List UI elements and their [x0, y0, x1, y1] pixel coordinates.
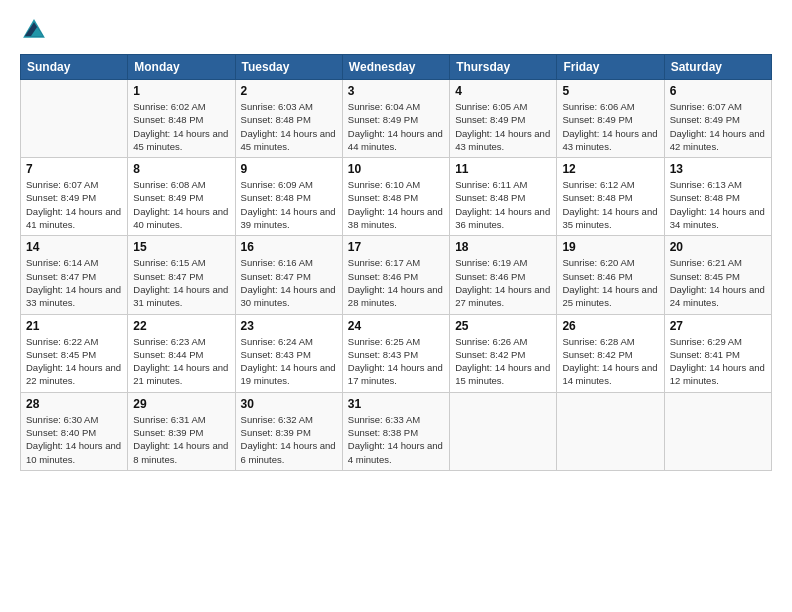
calendar-week-row: 14Sunrise: 6:14 AMSunset: 8:47 PMDayligh…: [21, 236, 772, 314]
weekday-header-wednesday: Wednesday: [342, 55, 449, 80]
weekday-header-thursday: Thursday: [450, 55, 557, 80]
day-number: 27: [670, 319, 766, 333]
calendar-week-row: 1Sunrise: 6:02 AMSunset: 8:48 PMDaylight…: [21, 80, 772, 158]
day-info: Sunrise: 6:22 AMSunset: 8:45 PMDaylight:…: [26, 335, 122, 388]
day-number: 10: [348, 162, 444, 176]
calendar-cell: 25Sunrise: 6:26 AMSunset: 8:42 PMDayligh…: [450, 314, 557, 392]
day-number: 16: [241, 240, 337, 254]
calendar-cell: 23Sunrise: 6:24 AMSunset: 8:43 PMDayligh…: [235, 314, 342, 392]
logo: [20, 16, 52, 44]
day-info: Sunrise: 6:10 AMSunset: 8:48 PMDaylight:…: [348, 178, 444, 231]
calendar-cell: 14Sunrise: 6:14 AMSunset: 8:47 PMDayligh…: [21, 236, 128, 314]
calendar-cell: 9Sunrise: 6:09 AMSunset: 8:48 PMDaylight…: [235, 158, 342, 236]
weekday-header-monday: Monday: [128, 55, 235, 80]
day-number: 8: [133, 162, 229, 176]
calendar-week-row: 28Sunrise: 6:30 AMSunset: 8:40 PMDayligh…: [21, 392, 772, 470]
calendar-week-row: 21Sunrise: 6:22 AMSunset: 8:45 PMDayligh…: [21, 314, 772, 392]
calendar-cell: 19Sunrise: 6:20 AMSunset: 8:46 PMDayligh…: [557, 236, 664, 314]
day-info: Sunrise: 6:33 AMSunset: 8:38 PMDaylight:…: [348, 413, 444, 466]
day-info: Sunrise: 6:19 AMSunset: 8:46 PMDaylight:…: [455, 256, 551, 309]
day-number: 24: [348, 319, 444, 333]
day-info: Sunrise: 6:07 AMSunset: 8:49 PMDaylight:…: [26, 178, 122, 231]
day-number: 25: [455, 319, 551, 333]
day-info: Sunrise: 6:02 AMSunset: 8:48 PMDaylight:…: [133, 100, 229, 153]
day-number: 13: [670, 162, 766, 176]
calendar-cell: 4Sunrise: 6:05 AMSunset: 8:49 PMDaylight…: [450, 80, 557, 158]
day-number: 29: [133, 397, 229, 411]
day-info: Sunrise: 6:26 AMSunset: 8:42 PMDaylight:…: [455, 335, 551, 388]
weekday-header-row: SundayMondayTuesdayWednesdayThursdayFrid…: [21, 55, 772, 80]
calendar-cell: 27Sunrise: 6:29 AMSunset: 8:41 PMDayligh…: [664, 314, 771, 392]
day-info: Sunrise: 6:32 AMSunset: 8:39 PMDaylight:…: [241, 413, 337, 466]
weekday-header-sunday: Sunday: [21, 55, 128, 80]
calendar-cell: 28Sunrise: 6:30 AMSunset: 8:40 PMDayligh…: [21, 392, 128, 470]
day-info: Sunrise: 6:30 AMSunset: 8:40 PMDaylight:…: [26, 413, 122, 466]
calendar-cell: [450, 392, 557, 470]
weekday-header-tuesday: Tuesday: [235, 55, 342, 80]
day-info: Sunrise: 6:17 AMSunset: 8:46 PMDaylight:…: [348, 256, 444, 309]
day-number: 23: [241, 319, 337, 333]
day-number: 18: [455, 240, 551, 254]
calendar-cell: 7Sunrise: 6:07 AMSunset: 8:49 PMDaylight…: [21, 158, 128, 236]
calendar-cell: 6Sunrise: 6:07 AMSunset: 8:49 PMDaylight…: [664, 80, 771, 158]
calendar-cell: 31Sunrise: 6:33 AMSunset: 8:38 PMDayligh…: [342, 392, 449, 470]
day-number: 31: [348, 397, 444, 411]
page: SundayMondayTuesdayWednesdayThursdayFrid…: [0, 0, 792, 612]
day-number: 30: [241, 397, 337, 411]
calendar-cell: 21Sunrise: 6:22 AMSunset: 8:45 PMDayligh…: [21, 314, 128, 392]
calendar-cell: 15Sunrise: 6:15 AMSunset: 8:47 PMDayligh…: [128, 236, 235, 314]
calendar-cell: 10Sunrise: 6:10 AMSunset: 8:48 PMDayligh…: [342, 158, 449, 236]
day-info: Sunrise: 6:08 AMSunset: 8:49 PMDaylight:…: [133, 178, 229, 231]
calendar-table: SundayMondayTuesdayWednesdayThursdayFrid…: [20, 54, 772, 471]
day-info: Sunrise: 6:29 AMSunset: 8:41 PMDaylight:…: [670, 335, 766, 388]
calendar-cell: 8Sunrise: 6:08 AMSunset: 8:49 PMDaylight…: [128, 158, 235, 236]
calendar-cell: 18Sunrise: 6:19 AMSunset: 8:46 PMDayligh…: [450, 236, 557, 314]
day-number: 21: [26, 319, 122, 333]
day-info: Sunrise: 6:09 AMSunset: 8:48 PMDaylight:…: [241, 178, 337, 231]
day-number: 6: [670, 84, 766, 98]
day-number: 1: [133, 84, 229, 98]
calendar-cell: [21, 80, 128, 158]
day-number: 22: [133, 319, 229, 333]
day-info: Sunrise: 6:05 AMSunset: 8:49 PMDaylight:…: [455, 100, 551, 153]
day-info: Sunrise: 6:23 AMSunset: 8:44 PMDaylight:…: [133, 335, 229, 388]
day-number: 7: [26, 162, 122, 176]
day-number: 11: [455, 162, 551, 176]
day-number: 15: [133, 240, 229, 254]
day-info: Sunrise: 6:25 AMSunset: 8:43 PMDaylight:…: [348, 335, 444, 388]
day-info: Sunrise: 6:20 AMSunset: 8:46 PMDaylight:…: [562, 256, 658, 309]
calendar-cell: 16Sunrise: 6:16 AMSunset: 8:47 PMDayligh…: [235, 236, 342, 314]
day-info: Sunrise: 6:13 AMSunset: 8:48 PMDaylight:…: [670, 178, 766, 231]
day-info: Sunrise: 6:15 AMSunset: 8:47 PMDaylight:…: [133, 256, 229, 309]
calendar-cell: 29Sunrise: 6:31 AMSunset: 8:39 PMDayligh…: [128, 392, 235, 470]
calendar-cell: 13Sunrise: 6:13 AMSunset: 8:48 PMDayligh…: [664, 158, 771, 236]
calendar-cell: 24Sunrise: 6:25 AMSunset: 8:43 PMDayligh…: [342, 314, 449, 392]
day-info: Sunrise: 6:14 AMSunset: 8:47 PMDaylight:…: [26, 256, 122, 309]
weekday-header-saturday: Saturday: [664, 55, 771, 80]
day-number: 26: [562, 319, 658, 333]
logo-icon: [20, 16, 48, 44]
calendar-cell: 1Sunrise: 6:02 AMSunset: 8:48 PMDaylight…: [128, 80, 235, 158]
calendar-cell: 26Sunrise: 6:28 AMSunset: 8:42 PMDayligh…: [557, 314, 664, 392]
day-info: Sunrise: 6:16 AMSunset: 8:47 PMDaylight:…: [241, 256, 337, 309]
day-number: 28: [26, 397, 122, 411]
day-number: 17: [348, 240, 444, 254]
weekday-header-friday: Friday: [557, 55, 664, 80]
calendar-week-row: 7Sunrise: 6:07 AMSunset: 8:49 PMDaylight…: [21, 158, 772, 236]
calendar-cell: 3Sunrise: 6:04 AMSunset: 8:49 PMDaylight…: [342, 80, 449, 158]
day-info: Sunrise: 6:04 AMSunset: 8:49 PMDaylight:…: [348, 100, 444, 153]
day-number: 20: [670, 240, 766, 254]
day-number: 5: [562, 84, 658, 98]
day-info: Sunrise: 6:07 AMSunset: 8:49 PMDaylight:…: [670, 100, 766, 153]
day-number: 19: [562, 240, 658, 254]
day-number: 4: [455, 84, 551, 98]
day-info: Sunrise: 6:24 AMSunset: 8:43 PMDaylight:…: [241, 335, 337, 388]
day-number: 2: [241, 84, 337, 98]
calendar-cell: 5Sunrise: 6:06 AMSunset: 8:49 PMDaylight…: [557, 80, 664, 158]
header: [20, 16, 772, 44]
calendar-cell: 12Sunrise: 6:12 AMSunset: 8:48 PMDayligh…: [557, 158, 664, 236]
day-info: Sunrise: 6:31 AMSunset: 8:39 PMDaylight:…: [133, 413, 229, 466]
calendar-cell: 2Sunrise: 6:03 AMSunset: 8:48 PMDaylight…: [235, 80, 342, 158]
calendar-cell: 11Sunrise: 6:11 AMSunset: 8:48 PMDayligh…: [450, 158, 557, 236]
calendar-cell: 20Sunrise: 6:21 AMSunset: 8:45 PMDayligh…: [664, 236, 771, 314]
